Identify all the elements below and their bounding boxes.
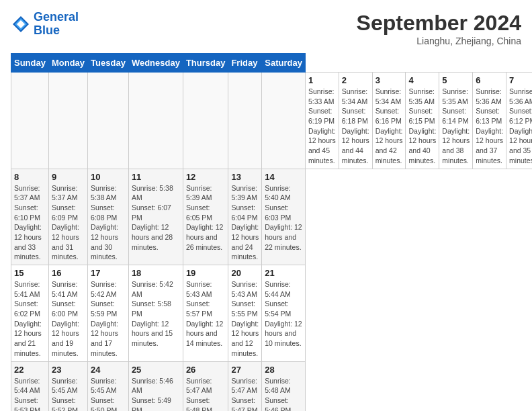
logo-general: General [34,10,79,24]
day-detail: Sunrise: 5:42 AM Sunset: 5:59 PM Dayligh… [91,279,126,359]
day-number: 13 [231,172,259,182]
logo-blue: Blue [34,24,60,37]
col-monday: Monday [48,54,87,73]
calendar-cell: 6 Sunrise: 5:36 AM Sunset: 6:13 PM Dayli… [473,73,506,169]
day-detail: Sunrise: 5:47 AM Sunset: 5:47 PM Dayligh… [231,376,259,412]
calendar-cell: 13 Sunrise: 5:39 AM Sunset: 6:04 PM Dayl… [228,169,262,265]
calendar-cell: 8 Sunrise: 5:37 AM Sunset: 6:10 PM Dayli… [11,169,49,265]
col-friday: Friday [228,54,262,73]
day-number: 17 [91,268,126,278]
day-detail: Sunrise: 5:37 AM Sunset: 6:10 PM Dayligh… [14,183,46,263]
calendar-week-2: 8 Sunrise: 5:37 AM Sunset: 6:10 PM Dayli… [11,169,533,265]
day-number: 4 [408,75,436,85]
logo-text: General Blue [34,11,79,38]
header-row: Sunday Monday Tuesday Wednesday Thursday… [11,54,533,73]
day-number: 5 [442,75,470,85]
day-detail: Sunrise: 5:33 AM Sunset: 6:19 PM Dayligh… [308,87,336,166]
day-detail: Sunrise: 5:35 AM Sunset: 6:15 PM Dayligh… [408,87,436,166]
calendar-cell: 5 Sunrise: 5:35 AM Sunset: 6:14 PM Dayli… [439,73,473,169]
day-number: 20 [231,268,259,278]
day-detail: Sunrise: 5:39 AM Sunset: 6:04 PM Dayligh… [231,183,259,263]
calendar-cell: 17 Sunrise: 5:42 AM Sunset: 5:59 PM Dayl… [88,265,129,362]
col-tuesday: Tuesday [88,54,129,73]
day-number: 10 [91,172,126,182]
day-number: 24 [91,365,126,375]
calendar-cell: 22 Sunrise: 5:44 AM Sunset: 5:53 PM Dayl… [11,361,49,411]
calendar-week-1: 1 Sunrise: 5:33 AM Sunset: 6:19 PM Dayli… [11,73,533,169]
calendar-cell: 20 Sunrise: 5:43 AM Sunset: 5:55 PM Dayl… [228,265,262,362]
calendar-cell: 2 Sunrise: 5:34 AM Sunset: 6:18 PM Dayli… [339,73,372,169]
calendar-cell [11,73,49,169]
calendar-cell: 23 Sunrise: 5:45 AM Sunset: 5:52 PM Dayl… [48,361,87,411]
day-detail: Sunrise: 5:41 AM Sunset: 6:00 PM Dayligh… [52,279,85,359]
day-number: 15 [14,268,46,278]
day-number: 28 [265,365,302,375]
calendar-cell: 10 Sunrise: 5:38 AM Sunset: 6:08 PM Dayl… [88,169,129,265]
day-number: 12 [186,172,226,182]
day-number: 11 [132,172,180,182]
day-number: 7 [509,75,532,85]
day-number: 23 [52,365,85,375]
calendar-table: Sunday Monday Tuesday Wednesday Thursday… [11,53,532,411]
calendar-header: Sunday Monday Tuesday Wednesday Thursday… [11,54,533,73]
month-year: September 2024 [357,11,521,36]
day-detail: Sunrise: 5:45 AM Sunset: 5:50 PM Dayligh… [91,376,126,412]
calendar-cell: 16 Sunrise: 5:41 AM Sunset: 6:00 PM Dayl… [48,265,87,362]
calendar-week-3: 15 Sunrise: 5:41 AM Sunset: 6:02 PM Dayl… [11,265,533,362]
day-number: 6 [476,75,503,85]
day-number: 14 [265,172,302,182]
day-detail: Sunrise: 5:44 AM Sunset: 5:54 PM Dayligh… [265,279,302,349]
day-detail: Sunrise: 5:43 AM Sunset: 5:57 PM Dayligh… [186,279,226,349]
logo: General Blue [11,11,79,38]
day-number: 22 [14,365,46,375]
calendar-cell: 4 Sunrise: 5:35 AM Sunset: 6:15 PM Dayli… [406,73,439,169]
calendar-cell [48,73,87,169]
day-detail: Sunrise: 5:36 AM Sunset: 6:12 PM Dayligh… [509,87,532,166]
calendar-cell: 1 Sunrise: 5:33 AM Sunset: 6:19 PM Dayli… [305,73,339,169]
calendar-cell [183,73,228,169]
day-detail: Sunrise: 5:36 AM Sunset: 6:13 PM Dayligh… [476,87,503,166]
page-header: General Blue September 2024 Lianghu, Zhe… [11,11,521,46]
calendar-cell: 3 Sunrise: 5:34 AM Sunset: 6:16 PM Dayli… [372,73,406,169]
calendar-cell [128,73,183,169]
calendar-cell: 9 Sunrise: 5:37 AM Sunset: 6:09 PM Dayli… [48,169,87,265]
title-block: September 2024 Lianghu, Zhejiang, China [357,11,521,46]
col-sunday: Sunday [11,54,49,73]
calendar-cell: 15 Sunrise: 5:41 AM Sunset: 6:02 PM Dayl… [11,265,49,362]
calendar-cell: 19 Sunrise: 5:43 AM Sunset: 5:57 PM Dayl… [183,265,228,362]
col-saturday: Saturday [262,54,306,73]
day-number: 18 [132,268,180,278]
calendar-cell [88,73,129,169]
calendar-body: 1 Sunrise: 5:33 AM Sunset: 6:19 PM Dayli… [11,73,533,412]
day-number: 21 [265,268,302,278]
calendar-cell: 12 Sunrise: 5:39 AM Sunset: 6:05 PM Dayl… [183,169,228,265]
day-number: 26 [186,365,226,375]
day-detail: Sunrise: 5:43 AM Sunset: 5:55 PM Dayligh… [231,279,259,359]
day-detail: Sunrise: 5:39 AM Sunset: 6:05 PM Dayligh… [186,183,226,253]
day-detail: Sunrise: 5:38 AM Sunset: 6:07 PM Dayligh… [132,183,180,253]
day-detail: Sunrise: 5:38 AM Sunset: 6:08 PM Dayligh… [91,183,126,263]
col-wednesday: Wednesday [128,54,183,73]
day-detail: Sunrise: 5:45 AM Sunset: 5:52 PM Dayligh… [52,376,85,412]
day-detail: Sunrise: 5:44 AM Sunset: 5:53 PM Dayligh… [14,376,46,412]
location: Lianghu, Zhejiang, China [357,36,521,46]
calendar-cell: 14 Sunrise: 5:40 AM Sunset: 6:03 PM Dayl… [262,169,306,265]
logo-icon [11,14,31,34]
day-number: 25 [132,365,180,375]
day-number: 9 [52,172,85,182]
day-number: 1 [308,75,336,85]
day-detail: Sunrise: 5:37 AM Sunset: 6:09 PM Dayligh… [52,183,85,263]
day-number: 2 [342,75,369,85]
day-detail: Sunrise: 5:41 AM Sunset: 6:02 PM Dayligh… [14,279,46,359]
day-detail: Sunrise: 5:46 AM Sunset: 5:49 PM Dayligh… [132,376,180,412]
calendar-week-4: 22 Sunrise: 5:44 AM Sunset: 5:53 PM Dayl… [11,361,533,411]
day-number: 3 [375,75,403,85]
calendar-cell: 21 Sunrise: 5:44 AM Sunset: 5:54 PM Dayl… [262,265,306,362]
calendar-cell: 26 Sunrise: 5:47 AM Sunset: 5:48 PM Dayl… [183,361,228,411]
calendar-cell: 24 Sunrise: 5:45 AM Sunset: 5:50 PM Dayl… [88,361,129,411]
day-detail: Sunrise: 5:42 AM Sunset: 5:58 PM Dayligh… [132,279,180,349]
day-detail: Sunrise: 5:48 AM Sunset: 5:46 PM Dayligh… [265,376,302,412]
col-thursday: Thursday [183,54,228,73]
day-detail: Sunrise: 5:34 AM Sunset: 6:16 PM Dayligh… [375,87,403,166]
day-number: 19 [186,268,226,278]
